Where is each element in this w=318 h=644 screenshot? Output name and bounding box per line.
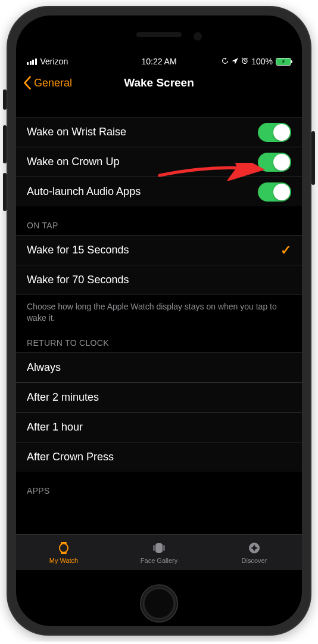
section-header-apps: APPS [16, 472, 302, 500]
toggle-wake-on-wrist-raise[interactable] [258, 123, 291, 142]
volume-down-hardware [3, 173, 7, 211]
row-always[interactable]: Always [16, 352, 302, 382]
compass-icon [247, 541, 262, 555]
svg-point-2 [60, 544, 68, 553]
row-wake-70-seconds[interactable]: Wake for 70 Seconds [16, 265, 302, 295]
mute-switch-hardware [3, 89, 7, 110]
screen: Verizon 10:22 AM 100% ⚡︎ [16, 16, 302, 626]
svg-rect-5 [153, 545, 155, 551]
svg-rect-3 [61, 552, 67, 554]
back-button[interactable]: General [23, 76, 72, 89]
tab-label: Face Gallery [141, 557, 177, 564]
top-bezel [16, 16, 302, 54]
signal-strength-icon [27, 58, 37, 65]
row-after-crown-press[interactable]: After Crown Press [16, 442, 302, 472]
alarm-icon [241, 57, 248, 66]
tab-label: My Watch [49, 557, 79, 564]
battery-percent-label: 100% [251, 57, 273, 66]
row-label: Wake for 15 Seconds [27, 244, 129, 256]
face-gallery-icon [151, 541, 167, 555]
toggle-auto-launch-audio[interactable] [258, 182, 291, 202]
row-label: Wake on Wrist Raise [27, 126, 126, 138]
settings-content[interactable]: Wake on Wrist Raise Wake on Crown Up Aut… [16, 97, 302, 534]
status-bar: Verizon 10:22 AM 100% ⚡︎ [16, 54, 302, 69]
row-wake-on-crown-up[interactable]: Wake on Crown Up [16, 147, 302, 177]
section-footer-on-tap: Choose how long the Apple Watch display … [16, 295, 302, 327]
row-label: Wake for 70 Seconds [27, 274, 129, 286]
chevron-left-icon [23, 76, 32, 89]
row-after-2-minutes[interactable]: After 2 minutes [16, 382, 302, 412]
row-label: After 1 hour [27, 421, 83, 434]
svg-rect-6 [163, 545, 165, 551]
tab-label: Discover [242, 557, 267, 564]
row-wake-15-seconds[interactable]: Wake for 15 Seconds ✓ [16, 235, 302, 265]
home-button-hardware [140, 584, 178, 623]
earpiece-speaker [136, 32, 182, 37]
toggle-wake-on-crown-up[interactable] [258, 153, 291, 172]
section-header-on-tap: ON TAP [16, 206, 302, 235]
battery-icon: ⚡︎ [276, 58, 291, 66]
row-label: Always [27, 361, 61, 374]
phone-frame: Verizon 10:22 AM 100% ⚡︎ [7, 6, 311, 636]
watch-icon [56, 541, 71, 555]
tab-my-watch[interactable]: My Watch [16, 535, 111, 570]
svg-rect-4 [155, 543, 163, 553]
row-label: Auto-launch Audio Apps [27, 185, 141, 198]
tab-face-gallery[interactable]: Face Gallery [111, 535, 207, 570]
tab-discover[interactable]: Discover [207, 535, 302, 570]
section-header-return-to-clock: RETURN TO CLOCK [16, 327, 302, 352]
nav-bar: General Wake Screen [16, 69, 302, 97]
wifi-icon [71, 57, 81, 66]
row-label: After 2 minutes [27, 391, 99, 404]
charging-bolt-icon: ⚡︎ [281, 58, 286, 65]
clock-label: 10:22 AM [115, 57, 203, 66]
orientation-lock-icon [222, 57, 229, 66]
carrier-label: Verizon [40, 57, 68, 66]
row-auto-launch-audio[interactable]: Auto-launch Audio Apps [16, 177, 302, 206]
front-camera [194, 32, 202, 41]
row-label: After Crown Press [27, 451, 114, 463]
row-label: Wake on Crown Up [27, 156, 119, 168]
volume-up-hardware [3, 125, 7, 163]
row-wake-on-wrist-raise[interactable]: Wake on Wrist Raise [16, 117, 302, 147]
location-icon [232, 57, 238, 66]
tab-bar: My Watch Face Gallery Discover [16, 534, 302, 570]
back-label: General [34, 77, 72, 89]
row-after-1-hour[interactable]: After 1 hour [16, 412, 302, 442]
power-button-hardware [311, 131, 315, 185]
checkmark-icon: ✓ [280, 243, 291, 258]
